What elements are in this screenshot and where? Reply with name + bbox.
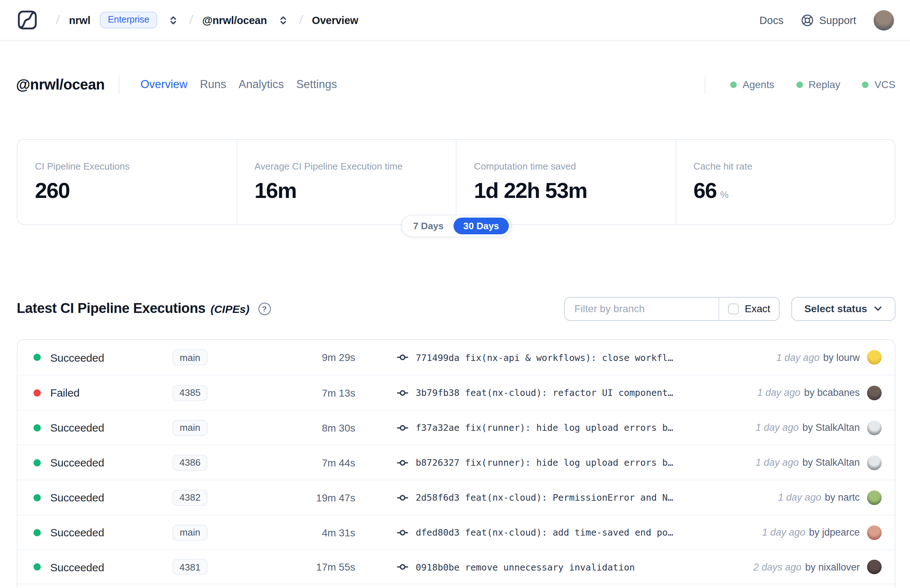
status-cell: Succeeded: [34, 561, 150, 573]
stat-label: CI Pipeline Executions: [35, 161, 219, 172]
branch-badge[interactable]: main: [173, 349, 207, 365]
commit-link[interactable]: 771499da fix(nx-api & workflows): close …: [416, 352, 673, 363]
duration: 8m 30s: [230, 422, 355, 433]
green-dot-icon: [796, 81, 803, 88]
workspace-selector-button[interactable]: [276, 13, 289, 27]
status-dot-icon: [34, 494, 41, 501]
range-7-days-button[interactable]: 7 Days: [404, 218, 453, 234]
status-cell: Failed: [34, 386, 150, 399]
cipe-controls: Exact Select status: [564, 297, 895, 321]
tab-analytics[interactable]: Analytics: [239, 78, 284, 91]
branch-cell: 4386: [150, 454, 230, 470]
author-avatar[interactable]: [867, 525, 882, 540]
exact-label: Exact: [745, 303, 770, 314]
time-ago: 1 day ago: [756, 457, 799, 468]
author-avatar[interactable]: [867, 385, 882, 400]
tab-overview[interactable]: Overview: [141, 78, 187, 91]
status-dot-icon: [34, 563, 41, 570]
commit-link[interactable]: dfed80d3 feat(nx-cloud): add time-saved …: [416, 527, 673, 538]
branch-badge[interactable]: main: [173, 420, 207, 436]
time-ago: 1 day ago: [762, 527, 805, 538]
stat-card-ci-pipeline-executions: CI Pipeline Executions 260: [18, 140, 236, 224]
status-label: Failed: [50, 386, 80, 399]
commit-link[interactable]: 3b79fb38 feat(nx-cloud): refactor UI com…: [416, 387, 673, 398]
table-row[interactable]: Succeeded main 9m 29s 771499da fix(nx-ap…: [18, 340, 895, 375]
author-avatar[interactable]: [867, 420, 882, 435]
tab-settings[interactable]: Settings: [296, 78, 337, 91]
time-ago: 1 day ago: [778, 492, 821, 503]
meta-cell: 1 day ago by nartc: [778, 490, 882, 505]
author: by StalkAltan: [802, 422, 860, 433]
tab-runs[interactable]: Runs: [200, 78, 226, 91]
commit-link[interactable]: f37a32ae fix(runner): hide log upload er…: [416, 422, 673, 433]
section-subtitle: (CIPEs): [210, 302, 249, 315]
author-avatar[interactable]: [867, 490, 882, 505]
workspace-bar: @nrwl/ocean Overview Runs Analytics Sett…: [16, 68, 895, 100]
feature-label: Agents: [743, 79, 774, 90]
status-cell: Succeeded: [34, 351, 150, 363]
breadcrumb-page: Overview: [312, 14, 358, 26]
duration: 4m 31s: [230, 527, 355, 538]
commit-link[interactable]: b8726327 fix(runner): hide log upload er…: [416, 457, 673, 468]
commit-cell: dfed80d3 feat(nx-cloud): add time-saved …: [397, 527, 753, 538]
stat-label: Computation time saved: [474, 161, 658, 172]
feature-label: Replay: [808, 79, 840, 90]
author: by nartc: [825, 492, 860, 503]
branch-badge[interactable]: 4386: [172, 454, 208, 470]
duration: 7m 44s: [230, 457, 355, 468]
time-ago: 1 day ago: [757, 387, 800, 398]
table-row[interactable]: Succeeded main 4m 31s dfed80d3 feat(nx-c…: [18, 515, 895, 549]
author-avatar[interactable]: [867, 560, 882, 574]
meta-cell: 1 day ago by bcabanes: [757, 385, 882, 400]
org-selector-button[interactable]: [167, 13, 180, 27]
question-circle-icon[interactable]: ?: [258, 302, 270, 315]
commit-link[interactable]: 0918b0be remove unnecessary invalidation: [416, 561, 635, 572]
status-cell: Succeeded: [34, 456, 150, 468]
branch-badge[interactable]: 4382: [172, 489, 208, 506]
author: by nixallover: [805, 561, 860, 572]
status-label: Succeeded: [50, 351, 104, 363]
status-label: Succeeded: [50, 456, 104, 468]
breadcrumb-org[interactable]: nrwl: [69, 14, 90, 26]
author: by lourw: [823, 352, 860, 363]
table-row[interactable]: Succeeded 4382 19m 47s 2d58f6d3 feat(nx-…: [18, 480, 895, 515]
time-ago: 1 day ago: [776, 352, 820, 363]
enterprise-badge: Enterprise: [100, 11, 157, 28]
table-row[interactable]: Succeeded 4381 17m 55s 0918b0be remove u…: [18, 549, 895, 584]
stat-card-computation-time-saved: Computation time saved 1d 22h 53m: [456, 140, 675, 224]
git-commit-icon: [397, 457, 408, 468]
support-link[interactable]: Support: [801, 13, 856, 27]
nx-cloud-logo-icon[interactable]: [16, 9, 39, 31]
commit-link[interactable]: 2d58f6d3 feat(nx-cloud): PermissionError…: [416, 492, 673, 503]
author-avatar[interactable]: [867, 350, 882, 365]
table-row[interactable]: Succeeded 4386 7m 44s b8726327 fix(runne…: [18, 445, 895, 480]
chevrons-up-down-icon: [278, 15, 288, 25]
app-header: / nrwl Enterprise / @nrwl/ocean / Overvi…: [0, 0, 910, 41]
docs-link[interactable]: Docs: [759, 14, 783, 26]
breadcrumb-workspace[interactable]: @nrwl/ocean: [202, 14, 267, 26]
chevron-down-icon: [874, 304, 883, 313]
commit-cell: 3b79fb38 feat(nx-cloud): refactor UI com…: [397, 387, 748, 399]
branch-filter-input[interactable]: [565, 297, 719, 320]
branch-badge[interactable]: 4381: [172, 559, 208, 575]
status-dot-icon: [34, 459, 41, 466]
duration: 7m 13s: [230, 387, 355, 399]
branch-badge[interactable]: 4385: [172, 384, 208, 401]
branch-cell: main: [150, 420, 230, 436]
stats-cards: CI Pipeline Executions 260 Average CI Pi…: [17, 139, 895, 225]
branch-filter-group: Exact: [564, 297, 780, 321]
branch-cell: 4381: [150, 559, 230, 575]
branch-badge[interactable]: main: [173, 524, 207, 540]
exact-checkbox[interactable]: [728, 303, 739, 314]
author-avatar[interactable]: [867, 455, 882, 470]
user-avatar[interactable]: [874, 10, 894, 30]
header-right: Docs Support: [759, 10, 894, 30]
table-row[interactable]: Succeeded main 8m 30s f37a32ae fix(runne…: [18, 410, 895, 445]
status-cell: Succeeded: [34, 526, 150, 538]
range-30-days-button[interactable]: 30 Days: [454, 218, 509, 234]
table-row[interactable]: Failed 4385 7m 13s 3b79fb38 feat(nx-clou…: [18, 375, 895, 410]
breadcrumb-separator: /: [298, 13, 303, 27]
select-status-dropdown[interactable]: Select status: [791, 297, 895, 321]
status-cell: Succeeded: [34, 422, 150, 434]
stat-value: 16m: [254, 178, 438, 203]
